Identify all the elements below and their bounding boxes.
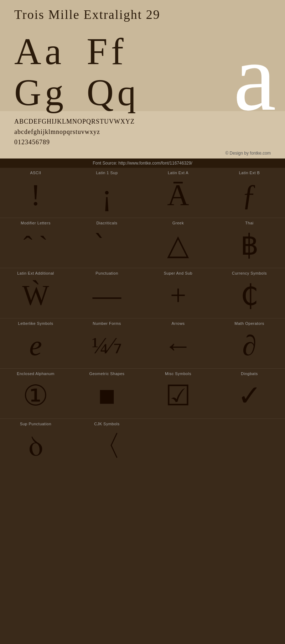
letters-showcase: Aa Gg Ff Qq a	[0, 29, 285, 111]
glyph-cell-suppunct: Sup Punctuation ꝺ	[0, 419, 71, 469]
glyph-cell-latin1sup: Latin 1 Sup ¡	[71, 168, 142, 218]
glyph-char-geoshapes: ■	[98, 377, 115, 414]
glyph-cell-mathop: Math Operators ∂	[214, 318, 285, 368]
glyph-char-modifier: ˆ `	[24, 227, 48, 264]
dark-section: Font Source: http://www.fontke.com/font/…	[0, 159, 285, 469]
glyph-cell-dingbats: Dingbats ✓	[214, 369, 285, 419]
glyph-char-latin1sup: ¡	[102, 176, 112, 213]
glyph-label-superandsub: Super And Sub	[164, 271, 193, 275]
font-title: Trois Mille Extralight 29	[14, 7, 271, 22]
glyph-cell-punctuation: Punctuation —	[71, 268, 142, 318]
glyph-label-greek: Greek	[172, 221, 184, 225]
glyph-label-latinexta: Latin Ext A	[168, 171, 188, 175]
glyph-label-latin1sup: Latin 1 Sup	[96, 171, 118, 175]
glyph-char-letterlike: e	[29, 327, 42, 364]
glyph-char-miscsymbols: ☑	[165, 377, 191, 414]
glyph-label-punctuation: Punctuation	[95, 271, 118, 275]
glyph-cell-latinextadd: Latin Ext Additional Ẁ	[0, 268, 71, 318]
glyph-label-currency: Currency Symbols	[232, 271, 267, 275]
copyright: © Design by fontke.com	[0, 149, 285, 159]
glyph-cell-letterlike: Letterlike Symbols e	[0, 318, 71, 368]
glyph-cell-latinextb: Latin Ext B ƒ	[214, 168, 285, 218]
glyph-char-ascii: !	[31, 176, 41, 213]
glyph-char-mathop: ∂	[242, 327, 256, 364]
glyph-char-latinextb: ƒ	[242, 176, 257, 213]
glyph-label-dingbats: Dingbats	[241, 372, 258, 376]
letter-pair-aa: Aa	[14, 33, 67, 70]
glyph-cell-enclosedalpha: Enclosed Alphanum ①	[0, 369, 71, 419]
glyph-label-mathop: Math Operators	[234, 321, 264, 326]
glyph-cell-miscsymbols: Misc Symbols ☑	[142, 369, 214, 419]
glyph-label-latinextb: Latin Ext B	[239, 171, 260, 175]
glyph-label-suppunct: Sup Punctuation	[20, 422, 51, 426]
glyph-cell-empty2	[214, 419, 285, 469]
letter-pair-ff: Ff	[87, 33, 139, 70]
glyph-char-thai: ฿	[240, 227, 259, 264]
glyph-cell-diacriticals: Diacriticals ̀	[71, 218, 142, 268]
alphabet-upper: ABCDEFGHIJKLMNOPQRSTUVWXYZ	[14, 116, 271, 127]
font-source: Font Source: http://www.fontke.com/font/…	[0, 159, 285, 168]
glyph-char-numberforms: ¼⁄₇	[92, 327, 122, 364]
glyph-label-geoshapes: Geometric Shapes	[89, 372, 124, 376]
glyph-label-ascii: ASCII	[30, 171, 41, 175]
glyph-char-enclosedalpha: ①	[23, 377, 48, 414]
glyph-label-letterlike: Letterlike Symbols	[18, 321, 53, 326]
glyph-char-arrows: ←	[164, 327, 192, 364]
glyph-label-thai: Thai	[245, 221, 253, 225]
glyph-cell-ascii: ASCII !	[0, 168, 71, 218]
glyph-label-numberforms: Number Forms	[93, 321, 121, 326]
glyph-cell-cjksymbols: CJK Symbols 〈	[71, 419, 142, 469]
glyph-cell-thai: Thai ฿	[214, 218, 285, 268]
letter-pair-gg: Gg	[14, 74, 67, 111]
glyph-grid: ASCII ! Latin 1 Sup ¡ Latin Ext A Ā Lati…	[0, 168, 285, 469]
glyph-char-greek: △	[167, 227, 189, 264]
glyph-char-latinextadd: Ẁ	[22, 277, 49, 314]
glyph-cell-arrows: Arrows ←	[142, 318, 214, 368]
glyph-cell-empty1	[142, 419, 214, 469]
digits: 0123456789	[14, 137, 271, 147]
glyph-label-modifier: Modifier Letters	[21, 221, 51, 225]
glyph-char-punctuation: —	[93, 277, 121, 314]
glyph-char-latinexta: Ā	[167, 176, 189, 213]
glyph-cell-modifier: Modifier Letters ˆ `	[0, 218, 71, 268]
glyph-label-cjksymbols: CJK Symbols	[94, 422, 120, 426]
glyph-cell-numberforms: Number Forms ¼⁄₇	[71, 318, 142, 368]
glyph-label-latinextadd: Latin Ext Additional	[17, 271, 54, 275]
alphabet-lower: abcdefghijklmnopqrstuvwxyz	[14, 127, 271, 137]
glyph-label-enclosedalpha: Enclosed Alphanum	[17, 372, 55, 376]
glyph-char-suppunct: ꝺ	[29, 427, 43, 464]
glyph-label-miscsymbols: Misc Symbols	[165, 372, 191, 376]
big-letter-a: a	[233, 29, 276, 125]
glyph-label-arrows: Arrows	[171, 321, 185, 326]
glyph-cell-latinexta: Latin Ext A Ā	[142, 168, 214, 218]
glyph-cell-greek: Greek △	[142, 218, 214, 268]
letter-pair-qq: Qq	[87, 74, 139, 111]
glyph-cell-currency: Currency Symbols ₵	[214, 268, 285, 318]
glyph-char-cjksymbols: 〈	[93, 427, 121, 464]
glyph-cell-geoshapes: Geometric Shapes ■	[71, 369, 142, 419]
glyph-char-currency: ₵	[240, 277, 259, 314]
glyph-char-superandsub: +	[170, 277, 186, 314]
glyph-cell-superandsub: Super And Sub +	[142, 268, 214, 318]
glyph-label-diacriticals: Diacriticals	[96, 221, 117, 225]
glyph-char-dingbats: ✓	[238, 377, 261, 414]
